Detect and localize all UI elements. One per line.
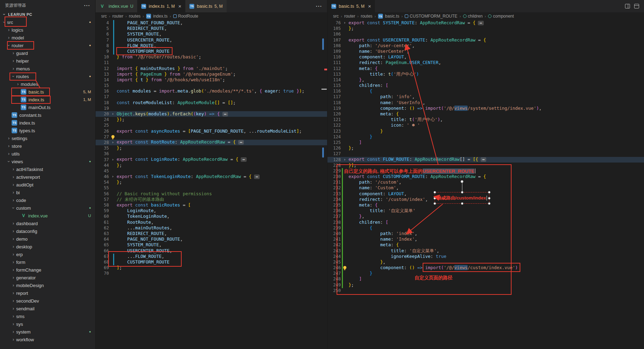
tree-item-sendmail[interactable]: ›sendmail <box>0 305 95 312</box>
code-line-65[interactable]: 65 SYSTEM_ROUTE, <box>96 242 327 248</box>
code-line-111[interactable]: 111 redirect: PageEnum.USER_CENTER, <box>327 60 644 65</box>
code-line-119[interactable]: 119 component: () => import('/@/views/sy… <box>327 106 644 111</box>
lightbulb-icon[interactable] <box>343 266 346 269</box>
code-line-125[interactable]: 125 ] <box>327 140 644 145</box>
code-line-239[interactable]: 239 { <box>327 225 644 231</box>
code-line-110[interactable]: 110 component: LAYOUT, <box>327 54 644 60</box>
tree-item-logics[interactable]: ›logics <box>0 26 95 34</box>
tree-item-settings[interactable]: ›settings <box>0 134 95 142</box>
breadcrumb-item-children[interactable]: children <box>463 14 483 19</box>
tree-item-routes[interactable]: ›routes● <box>0 72 95 80</box>
tree-item-activereport[interactable]: ›activereport <box>0 173 95 181</box>
tree-item-src[interactable]: ›src● <box>0 18 95 26</box>
code-editor-middle[interactable]: 4 PAGE_NOT_FOUND_ROUTE,5 REDIRECT_ROUTE,… <box>96 20 327 349</box>
breadcrumb-item-basic.ts[interactable]: TSbasic.ts <box>378 14 399 19</box>
code-line-124[interactable]: 124 } <box>327 134 644 140</box>
code-line-14[interactable]: 14import { t } from '/@/hooks/web/useI18… <box>96 77 327 83</box>
code-line-36[interactable]: 36 <box>96 151 327 157</box>
code-line-107[interactable]: 107export const USERCENTER_ROUTE: AppRou… <box>327 37 644 43</box>
tab-index.ts[interactable]: TSindex.ts1, M× <box>137 0 186 12</box>
tree-item-helper[interactable]: ›helper <box>0 57 95 65</box>
code-line-70[interactable]: 70 <box>96 271 327 276</box>
code-line-67[interactable]: 67 ...FLOW_ROUTE, <box>96 254 327 259</box>
code-editor-right[interactable]: 76›export const SYSTEM_ROUTE: AppRouteRe… <box>327 20 644 349</box>
code-line-27[interactable]: 27 <box>96 134 327 140</box>
code-line-55[interactable]: 55 <box>96 185 327 191</box>
code-line-8[interactable]: 8 FLOW_ROUTE, <box>96 43 327 49</box>
tree-item-menus[interactable]: ›menus <box>0 65 95 72</box>
code-line-241[interactable]: 241 name: 'Index', <box>327 236 644 242</box>
code-line-62[interactable]: 62 ...mainOutRoutes, <box>96 225 327 231</box>
tree-item-utils[interactable]: ›utils <box>0 150 95 158</box>
code-line-46[interactable]: 46›export const TokenLoginRoute: AppRout… <box>96 174 327 179</box>
tree-item-formChange[interactable]: ›formChange <box>0 266 95 274</box>
code-line-232[interactable]: 232 name: 'Custom', <box>327 185 644 191</box>
code-line-108[interactable]: 108 path: '/user-center', <box>327 43 644 49</box>
tree-item-sys[interactable]: ›sys <box>0 320 95 328</box>
code-line-59[interactable]: 59 LoginRoute, <box>96 208 327 214</box>
tree-item-modules[interactable]: ›modules <box>0 80 95 88</box>
code-line-244[interactable]: 244 ignoreKeepAlive: true <box>327 254 644 259</box>
code-line-56[interactable]: 56// Basic routing without permissions <box>96 191 327 197</box>
code-line-57[interactable]: 57// 未经许可的基本路由 <box>96 197 327 202</box>
code-line-60[interactable]: 60 TokenLoginRoute, <box>96 214 327 219</box>
code-line-16[interactable]: 16const modules = import.meta.glob('./mo… <box>96 88 327 94</box>
code-line-54[interactable]: 54}; <box>96 179 327 185</box>
tree-item-constant.ts[interactable]: TSconstant.ts <box>0 111 95 119</box>
tree-item-demo[interactable]: ›demo <box>0 235 95 243</box>
tree-item-form[interactable]: ›form <box>0 258 95 266</box>
tree-item-dataconfig[interactable]: ›dataconfig <box>0 227 95 235</box>
tree-item-types.ts[interactable]: TStypes.ts <box>0 127 95 134</box>
tree-item-dashboard[interactable]: ›dashboard <box>0 220 95 227</box>
code-line-18[interactable]: 18const routeModuleList: AppRouteModule[… <box>96 100 327 106</box>
code-line-242[interactable]: 242 meta: { <box>327 242 644 248</box>
code-line-109[interactable]: 109 name: 'UserCenter', <box>327 49 644 54</box>
code-line-64[interactable]: 64 PAGE_NOT_FOUND_ROUTE, <box>96 236 327 242</box>
code-line-5[interactable]: 5 REDIRECT_ROUTE, <box>96 26 327 31</box>
code-line-106[interactable]: 106 <box>327 31 644 37</box>
code-line-10[interactable]: 10} from '/@/router/routes/basic'; <box>96 54 327 60</box>
code-line-12[interactable]: 12import { mainOutRoutes } from './mainO… <box>96 66 327 71</box>
tab-basic.ts[interactable]: TSbasic.ts5, M <box>186 0 227 12</box>
breadcrumb-item-router[interactable]: router <box>344 14 355 19</box>
code-line-121[interactable]: 121 title: t('用户中心'), <box>327 117 644 122</box>
code-line-246[interactable]: 246 component: () => import('/@/views/cu… <box>327 265 644 271</box>
code-line-112[interactable]: 112 meta: { <box>327 66 644 71</box>
tree-item-desktop[interactable]: ›desktop <box>0 243 95 250</box>
code-line-228[interactable]: 228}]; <box>327 163 644 168</box>
code-line-114[interactable]: 114 }, <box>327 77 644 83</box>
code-line-233[interactable]: 233 component: LAYOUT, <box>327 191 644 197</box>
tree-item-actHiTaskinst[interactable]: ›actHiTaskinst <box>0 165 95 173</box>
explorer-more-icon[interactable]: ··· <box>84 2 90 8</box>
code-line-25[interactable]: 25 <box>96 122 327 128</box>
tree-item-store[interactable]: ›store <box>0 142 95 150</box>
code-line-63[interactable]: 63 REDIRECT_ROUTE, <box>96 231 327 236</box>
close-icon[interactable]: × <box>368 4 371 9</box>
code-line-247[interactable]: 247 } <box>327 271 644 276</box>
code-line-123[interactable]: 123 } <box>327 128 644 134</box>
code-line-37[interactable]: 37›export const LoginRoute: AppRouteReco… <box>96 157 327 163</box>
code-line-11[interactable]: 11 <box>96 60 327 65</box>
tree-item-code[interactable]: ›code <box>0 196 95 204</box>
code-line-58[interactable]: 58export const basicRoutes = [ <box>96 202 327 208</box>
lightbulb-icon[interactable] <box>111 135 115 138</box>
code-line-236[interactable]: 236 title: '自定义菜单' <box>327 208 644 214</box>
code-line-26[interactable]: 26export const asyncRoutes = [PAGE_NOT_F… <box>96 128 327 134</box>
tab-index.vue[interactable]: Vindex.vueU <box>96 0 137 12</box>
code-line-7[interactable]: 7 USERCENTER_ROUTE, <box>96 37 327 43</box>
tree-item-system[interactable]: ›system● <box>0 328 95 336</box>
code-line-113[interactable]: 113 title: t('用户中心') <box>327 71 644 77</box>
tree-item-model[interactable]: ›model <box>0 34 95 42</box>
code-line-230[interactable]: 230export const CUSTOMFORM_ROUTE: AppRou… <box>327 174 644 179</box>
code-line-231[interactable]: 231 path: '/custom', <box>327 179 644 185</box>
code-line-6[interactable]: 6 SYSTEM_ROUTE, <box>96 31 327 37</box>
code-line-120[interactable]: 120 meta: { <box>327 111 644 117</box>
code-line-4[interactable]: 4 PAGE_NOT_FOUND_ROUTE, <box>96 20 327 26</box>
tree-item-secondDev[interactable]: ›secondDev <box>0 297 95 305</box>
tree-item-auditOpt[interactable]: ›auditOpt <box>0 181 95 189</box>
code-line-250[interactable]: 250 <box>327 288 644 293</box>
code-line-105[interactable]: 105}; <box>327 26 644 31</box>
tree-item-generator[interactable]: ›generator <box>0 274 95 281</box>
tree-item-router[interactable]: ›router● <box>0 42 95 49</box>
workspace-section-header[interactable]: › LEARUN PC <box>0 11 95 18</box>
